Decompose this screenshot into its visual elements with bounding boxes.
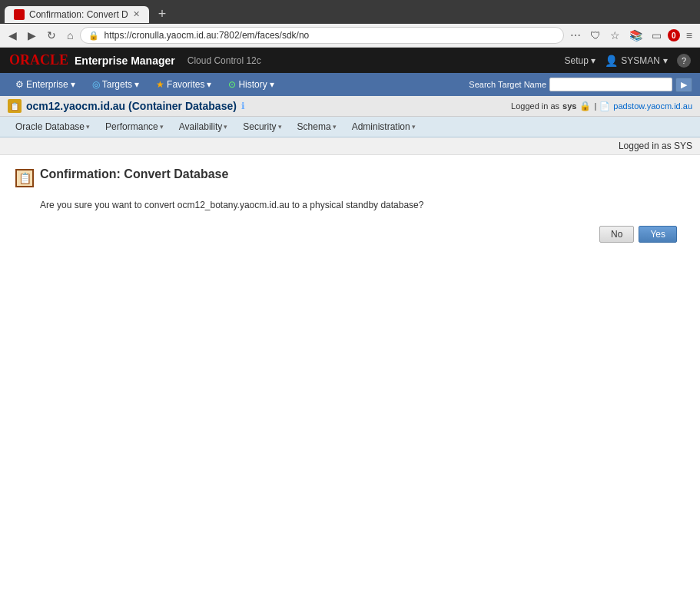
em-title: Enterprise Manager bbox=[75, 55, 175, 67]
performance-label: Performance bbox=[105, 121, 158, 132]
db-login-info: Logged in as sys 🔒 | 📄 padstow.yaocm.id.… bbox=[511, 101, 692, 111]
main-navigation: ⚙ Enterprise ▾ ◎ Targets ▾ ★ Favorites ▾… bbox=[0, 73, 700, 96]
menu-item-availability[interactable]: Availability ▾ bbox=[171, 118, 235, 135]
logged-in-user: sys bbox=[562, 101, 576, 111]
bookmark-star-button[interactable]: ☆ bbox=[607, 28, 623, 43]
security-icon: 🔒 bbox=[88, 31, 99, 41]
targets-icon: ◎ bbox=[92, 79, 100, 90]
enterprise-arrow: ▾ bbox=[71, 79, 75, 90]
page-content: 📋 Confirmation: Convert Database Are you… bbox=[0, 155, 700, 539]
menu-button[interactable]: ≡ bbox=[683, 28, 695, 43]
favorites-icon: ★ bbox=[156, 79, 164, 90]
confirm-db-name: ocm12_botany.yaocm.id.au bbox=[177, 200, 290, 210]
content-area: 📋 ocm12.yaocm.id.au (Container Database)… bbox=[0, 96, 700, 539]
history-arrow: ▾ bbox=[270, 79, 274, 90]
setup-menu[interactable]: Setup ▾ bbox=[565, 55, 596, 66]
confirmation-body: Are you sure you want to convert ocm12_b… bbox=[40, 200, 685, 210]
new-tab-button[interactable]: + bbox=[152, 5, 173, 24]
doc-icon: 📄 bbox=[599, 101, 610, 111]
administration-label: Administration bbox=[352, 121, 410, 132]
bookmark-shield-button[interactable]: 🛡 bbox=[587, 28, 604, 43]
oracle-database-arrow: ▾ bbox=[86, 123, 90, 131]
schema-label: Schema bbox=[297, 121, 331, 132]
search-go-button[interactable]: ▶ bbox=[675, 78, 692, 92]
host-link[interactable]: padstow.yaocm.id.au bbox=[613, 101, 692, 111]
tab-favicon bbox=[14, 9, 25, 20]
performance-arrow: ▾ bbox=[160, 123, 164, 131]
db-menu-bar: Oracle Database ▾ Performance ▾ Availabi… bbox=[0, 117, 700, 137]
security-label: Security bbox=[243, 121, 276, 132]
nav-item-enterprise[interactable]: ⚙ Enterprise ▾ bbox=[8, 73, 83, 96]
more-options-button[interactable]: ⋯ bbox=[567, 28, 584, 43]
menu-item-administration[interactable]: Administration ▾ bbox=[344, 118, 423, 135]
db-name: ocm12.yaocm.id.au (Container Database) bbox=[26, 100, 237, 112]
em-header-right: Setup ▾ 👤 SYSMAN ▾ ? bbox=[565, 54, 691, 68]
oracle-logo: ORACLE Enterprise Manager Cloud Control … bbox=[9, 52, 261, 68]
confirmation-header: 📋 Confirmation: Convert Database bbox=[15, 167, 685, 187]
confirm-body-suffix: to a physical standby database? bbox=[292, 200, 423, 210]
security-arrow: ▾ bbox=[278, 123, 282, 131]
refresh-button[interactable]: ↻ bbox=[43, 28, 60, 43]
menu-item-performance[interactable]: Performance ▾ bbox=[98, 118, 171, 135]
confirmation-buttons: No Yes bbox=[15, 226, 685, 243]
menu-item-security[interactable]: Security ▾ bbox=[235, 118, 289, 135]
targets-label: Targets bbox=[102, 79, 132, 90]
forward-button[interactable]: ▶ bbox=[24, 28, 40, 43]
db-icon: 📋 bbox=[8, 99, 22, 113]
confirmation-title: Confirmation: Convert Database bbox=[40, 167, 228, 181]
no-button[interactable]: No bbox=[599, 226, 634, 243]
confirm-body-prefix: Are you sure you want to convert bbox=[40, 200, 174, 210]
oracle-database-label: Oracle Database bbox=[15, 121, 85, 132]
targets-arrow: ▾ bbox=[134, 79, 139, 90]
help-button[interactable]: ? bbox=[677, 54, 691, 68]
library-button[interactable]: 📚 bbox=[626, 28, 645, 43]
menu-item-oracle-database[interactable]: Oracle Database ▾ bbox=[8, 118, 98, 135]
logged-in-prefix: Logged in as bbox=[511, 101, 559, 111]
address-bar[interactable]: 🔒 https://cronulla.yaocm.id.au:7802/em/f… bbox=[80, 27, 563, 44]
info-icon[interactable]: ℹ bbox=[241, 101, 245, 111]
history-icon: ⊙ bbox=[228, 79, 236, 90]
active-tab[interactable]: Confirmation: Convert D ✕ bbox=[5, 6, 149, 23]
enterprise-label: Enterprise bbox=[26, 79, 68, 90]
search-section: Search Target Name ▶ bbox=[469, 78, 692, 92]
confirmation-icon: 📋 bbox=[15, 169, 34, 187]
nav-item-history[interactable]: ⊙ History ▾ bbox=[221, 73, 281, 96]
schema-arrow: ▾ bbox=[333, 123, 337, 131]
page-logged-in-bar: Logged in as SYS bbox=[0, 137, 700, 155]
user-section: 👤 SYSMAN ▾ bbox=[605, 55, 668, 67]
menu-item-schema[interactable]: Schema ▾ bbox=[290, 118, 344, 135]
favorites-arrow: ▾ bbox=[207, 79, 211, 90]
nav-item-targets[interactable]: ◎ Targets ▾ bbox=[85, 73, 147, 96]
username-label[interactable]: SYSMAN bbox=[621, 55, 660, 66]
pipe-separator: | bbox=[594, 101, 596, 111]
db-header: 📋 ocm12.yaocm.id.au (Container Database)… bbox=[0, 96, 700, 117]
enterprise-icon: ⚙ bbox=[15, 79, 24, 90]
user-icon: 👤 bbox=[605, 55, 618, 67]
cloud-subtitle: Cloud Control 12c bbox=[187, 55, 261, 66]
sidebar-button[interactable]: ▭ bbox=[649, 28, 665, 43]
home-button[interactable]: ⌂ bbox=[63, 28, 77, 43]
oracle-text: ORACLE bbox=[9, 52, 68, 68]
notification-badge[interactable]: 0 bbox=[668, 29, 680, 41]
search-label: Search Target Name bbox=[469, 80, 546, 89]
url-text: https://cronulla.yaocm.id.au:7802/em/fac… bbox=[104, 30, 555, 41]
page-logged-in-text: Logged in as SYS bbox=[619, 141, 692, 151]
tab-title: Confirmation: Convert D bbox=[29, 9, 128, 20]
history-label: History bbox=[238, 79, 267, 90]
administration-arrow: ▾ bbox=[412, 123, 416, 131]
search-input[interactable] bbox=[549, 78, 672, 91]
back-button[interactable]: ◀ bbox=[5, 28, 21, 43]
em-header: ORACLE Enterprise Manager Cloud Control … bbox=[0, 48, 700, 73]
tab-close-button[interactable]: ✕ bbox=[133, 9, 140, 19]
availability-arrow: ▾ bbox=[224, 123, 227, 131]
favorites-label: Favorites bbox=[167, 79, 204, 90]
yes-button[interactable]: Yes bbox=[639, 226, 677, 243]
lock-icon: 🔒 bbox=[579, 101, 591, 111]
nav-item-favorites[interactable]: ★ Favorites ▾ bbox=[148, 73, 219, 96]
availability-label: Availability bbox=[179, 121, 222, 132]
